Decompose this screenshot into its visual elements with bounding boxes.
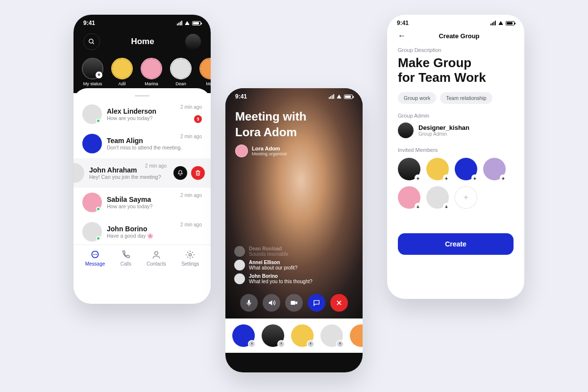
chat-row[interactable]: John BorinoHave a good day 🌸2 min ago xyxy=(74,217,211,246)
add-icon: + xyxy=(471,174,478,181)
story-label: My status xyxy=(83,81,102,86)
admin-name: Designer_kishan xyxy=(418,124,469,131)
wifi-icon xyxy=(498,21,503,25)
story-item[interactable]: Marina xyxy=(140,58,163,86)
message-author: Annei Ellison xyxy=(249,260,297,265)
invited-member[interactable]: + xyxy=(483,158,506,180)
svg-rect-4 xyxy=(248,300,250,304)
group-title-line1: Make Group xyxy=(398,56,514,71)
tag-chips: Group workTeam relationship xyxy=(398,92,514,104)
call-chat-messages: Dean RonloadSounds resonableAnnei Elliso… xyxy=(234,246,354,284)
tag-chip[interactable]: Group work xyxy=(398,92,436,104)
add-icon: + xyxy=(415,174,421,181)
avatar xyxy=(74,163,84,183)
organizer-avatar xyxy=(235,145,248,157)
wifi-icon xyxy=(337,95,342,98)
chat-button[interactable] xyxy=(308,294,325,312)
home-screen: 9:41 Home +My statusAdilMarinaDeanMax Al… xyxy=(74,15,211,304)
svg-point-3 xyxy=(189,254,192,256)
search-button[interactable] xyxy=(83,33,100,50)
call-message: John BorinoWhat led you to this thought? xyxy=(234,273,354,284)
bell-icon xyxy=(177,170,184,176)
clock: 9:41 xyxy=(235,93,247,100)
create-button[interactable]: Create xyxy=(398,233,514,255)
battery-icon xyxy=(344,95,353,99)
clock: 9:41 xyxy=(83,20,95,26)
create-group-body: ← Create Group Group Description Make Gr… xyxy=(387,29,524,257)
tab-contacts[interactable]: Contacts xyxy=(147,250,166,267)
add-status-icon: + xyxy=(96,72,102,78)
speaker-button[interactable] xyxy=(263,294,280,312)
story-item[interactable]: +My status xyxy=(81,58,104,86)
svg-rect-8 xyxy=(310,343,311,344)
profile-avatar[interactable] xyxy=(185,34,201,49)
invited-member[interactable]: + xyxy=(455,158,477,180)
story-item[interactable]: Max xyxy=(199,58,211,86)
admin-row[interactable]: Designer_kishan Group Admin xyxy=(398,122,514,138)
tab-message[interactable]: Message xyxy=(85,250,105,267)
invited-member[interactable]: + xyxy=(426,158,449,180)
svg-rect-5 xyxy=(291,301,295,305)
message-icon xyxy=(90,250,100,260)
delete-button[interactable] xyxy=(191,166,205,180)
status-bar: 9:41 xyxy=(74,15,211,29)
status-bar: 9:41 xyxy=(387,15,524,29)
clock: 9:41 xyxy=(397,20,409,26)
avatar xyxy=(82,134,102,153)
invited-member[interactable]: + xyxy=(426,186,449,209)
chat-icon xyxy=(313,299,320,307)
status-bar: 9:41 xyxy=(225,88,363,103)
participant[interactable] xyxy=(232,324,255,347)
tab-calls[interactable]: Calls xyxy=(121,250,131,267)
mic-status-icon xyxy=(336,340,344,348)
chat-row[interactable]: Sabila SaymaHow are you today?2 min ago xyxy=(74,188,211,217)
participant[interactable] xyxy=(262,324,284,347)
story-item[interactable]: Adil xyxy=(111,58,133,86)
avatar xyxy=(234,273,245,284)
end-call-button[interactable] xyxy=(330,294,348,312)
add-icon: + xyxy=(443,203,450,210)
members-label: Invited Members xyxy=(398,147,514,153)
tag-chip[interactable]: Team relationship xyxy=(440,92,492,104)
participant[interactable] xyxy=(320,324,343,347)
online-indicator xyxy=(96,207,100,211)
group-title-line2: for Team Work xyxy=(398,71,514,85)
story-label: Max xyxy=(206,81,211,86)
participant[interactable] xyxy=(291,324,314,347)
avatar xyxy=(234,246,245,257)
tab-settings[interactable]: Settings xyxy=(181,250,199,267)
admin-avatar xyxy=(398,122,414,138)
tab-label: Settings xyxy=(181,261,199,267)
avatar xyxy=(112,59,132,78)
admin-role: Group Admin xyxy=(418,131,469,137)
tab-label: Message xyxy=(85,261,105,267)
status-indicators xyxy=(490,21,514,25)
members-grid: +++++++ xyxy=(398,158,514,209)
participant[interactable] xyxy=(350,324,363,347)
organizer-name: Lora Adom xyxy=(252,146,287,151)
mic-status-icon xyxy=(277,340,285,348)
tab-bar: MessageCallsContactsSettings xyxy=(74,245,211,273)
invited-member[interactable]: + xyxy=(398,186,420,209)
invited-member[interactable]: + xyxy=(398,158,420,180)
svg-rect-6 xyxy=(251,343,252,344)
chat-row[interactable]: Team AlignDon't miss to attend the meeti… xyxy=(74,129,211,158)
avatar xyxy=(200,59,211,78)
avatar xyxy=(171,59,191,78)
description-label: Group Description xyxy=(398,47,514,53)
chat-row[interactable]: John AhrahamHey! Can you join the meetin… xyxy=(74,158,211,188)
back-button[interactable]: ← xyxy=(398,31,406,40)
status-indicators xyxy=(177,21,201,25)
chat-row[interactable]: Alex LindersonHow are you today?2 min ag… xyxy=(74,99,211,129)
mic-status-icon xyxy=(248,340,256,348)
mute-button[interactable] xyxy=(240,294,258,312)
mute-button[interactable] xyxy=(173,166,187,180)
add-member-button[interactable]: + xyxy=(455,186,477,209)
video-button[interactable] xyxy=(285,294,303,312)
grab-handle[interactable] xyxy=(135,95,149,97)
story-item[interactable]: Dean xyxy=(170,58,192,86)
status-indicators xyxy=(329,94,353,99)
story-label: Adil xyxy=(118,81,125,86)
tab-label: Contacts xyxy=(147,261,166,267)
meeting-title-line2: Lora Adom xyxy=(235,125,353,139)
